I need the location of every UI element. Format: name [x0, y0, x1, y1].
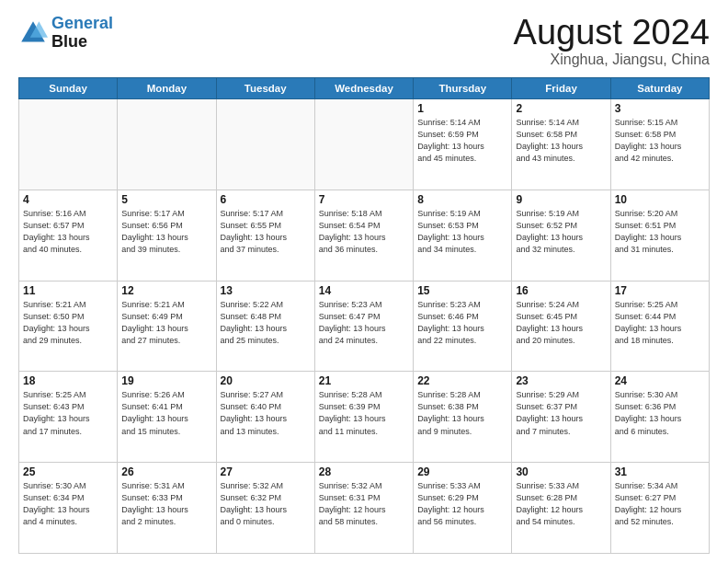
day-number: 24 — [615, 374, 705, 387]
calendar-cell: 5Sunrise: 5:17 AM Sunset: 6:56 PM Daylig… — [118, 190, 216, 281]
day-info: Sunrise: 5:18 AM Sunset: 6:54 PM Dayligh… — [319, 208, 409, 256]
weekday-header-monday: Monday — [118, 78, 216, 99]
day-info: Sunrise: 5:14 AM Sunset: 6:58 PM Dayligh… — [516, 117, 606, 165]
day-number: 31 — [615, 465, 705, 478]
day-info: Sunrise: 5:17 AM Sunset: 6:55 PM Dayligh… — [221, 208, 311, 256]
calendar-cell: 12Sunrise: 5:21 AM Sunset: 6:49 PM Dayli… — [118, 281, 216, 372]
calendar-cell: 19Sunrise: 5:26 AM Sunset: 6:41 PM Dayli… — [118, 372, 216, 463]
day-number: 4 — [23, 193, 113, 206]
day-number: 15 — [417, 284, 507, 297]
calendar-cell: 8Sunrise: 5:19 AM Sunset: 6:53 PM Daylig… — [414, 190, 512, 281]
day-number: 11 — [23, 284, 113, 297]
calendar-table: SundayMondayTuesdayWednesdayThursdayFrid… — [18, 77, 710, 554]
day-info: Sunrise: 5:25 AM Sunset: 6:44 PM Dayligh… — [615, 299, 705, 347]
calendar-cell: 20Sunrise: 5:27 AM Sunset: 6:40 PM Dayli… — [216, 372, 314, 463]
calendar-cell — [216, 99, 314, 190]
page: General Blue August 2024 Xinghua, Jiangs… — [0, 0, 728, 563]
day-number: 29 — [417, 465, 507, 478]
calendar-cell: 10Sunrise: 5:20 AM Sunset: 6:51 PM Dayli… — [610, 190, 709, 281]
calendar-cell: 14Sunrise: 5:23 AM Sunset: 6:47 PM Dayli… — [314, 281, 413, 372]
day-info: Sunrise: 5:31 AM Sunset: 6:33 PM Dayligh… — [121, 480, 211, 528]
calendar-week-5: 25Sunrise: 5:30 AM Sunset: 6:34 PM Dayli… — [19, 463, 710, 554]
calendar-cell: 18Sunrise: 5:25 AM Sunset: 6:43 PM Dayli… — [19, 372, 118, 463]
day-number: 23 — [516, 374, 606, 387]
day-info: Sunrise: 5:23 AM Sunset: 6:47 PM Dayligh… — [319, 299, 409, 347]
day-info: Sunrise: 5:30 AM Sunset: 6:34 PM Dayligh… — [23, 480, 113, 528]
day-info: Sunrise: 5:26 AM Sunset: 6:41 PM Dayligh… — [121, 389, 211, 437]
calendar-cell: 27Sunrise: 5:32 AM Sunset: 6:32 PM Dayli… — [216, 463, 314, 554]
calendar-cell: 26Sunrise: 5:31 AM Sunset: 6:33 PM Dayli… — [118, 463, 216, 554]
day-info: Sunrise: 5:15 AM Sunset: 6:58 PM Dayligh… — [615, 117, 705, 165]
day-number: 16 — [516, 284, 606, 297]
day-info: Sunrise: 5:19 AM Sunset: 6:53 PM Dayligh… — [417, 208, 507, 256]
calendar-cell: 15Sunrise: 5:23 AM Sunset: 6:46 PM Dayli… — [414, 281, 512, 372]
calendar-cell: 23Sunrise: 5:29 AM Sunset: 6:37 PM Dayli… — [512, 372, 610, 463]
weekday-header-friday: Friday — [512, 78, 610, 99]
calendar-cell — [314, 99, 413, 190]
day-info: Sunrise: 5:33 AM Sunset: 6:29 PM Dayligh… — [417, 480, 507, 528]
day-info: Sunrise: 5:28 AM Sunset: 6:38 PM Dayligh… — [417, 389, 507, 437]
calendar-cell: 31Sunrise: 5:34 AM Sunset: 6:27 PM Dayli… — [610, 463, 709, 554]
day-number: 25 — [23, 465, 113, 478]
weekday-header-row: SundayMondayTuesdayWednesdayThursdayFrid… — [19, 78, 710, 99]
location: Xinghua, Jiangsu, China — [514, 52, 710, 68]
day-info: Sunrise: 5:19 AM Sunset: 6:52 PM Dayligh… — [516, 208, 606, 256]
day-info: Sunrise: 5:32 AM Sunset: 6:32 PM Dayligh… — [221, 480, 311, 528]
calendar-cell: 6Sunrise: 5:17 AM Sunset: 6:55 PM Daylig… — [216, 190, 314, 281]
weekday-header-thursday: Thursday — [414, 78, 512, 99]
calendar-cell: 2Sunrise: 5:14 AM Sunset: 6:58 PM Daylig… — [512, 99, 610, 190]
day-number: 8 — [417, 193, 507, 206]
day-number: 26 — [121, 465, 211, 478]
weekday-header-tuesday: Tuesday — [216, 78, 314, 99]
logo-text: General Blue — [51, 15, 113, 52]
calendar-cell: 17Sunrise: 5:25 AM Sunset: 6:44 PM Dayli… — [610, 281, 709, 372]
day-info: Sunrise: 5:25 AM Sunset: 6:43 PM Dayligh… — [23, 389, 113, 437]
header: General Blue August 2024 Xinghua, Jiangs… — [18, 15, 710, 68]
day-number: 27 — [221, 465, 311, 478]
day-info: Sunrise: 5:16 AM Sunset: 6:57 PM Dayligh… — [23, 208, 113, 256]
day-number: 17 — [615, 284, 705, 297]
calendar-cell: 9Sunrise: 5:19 AM Sunset: 6:52 PM Daylig… — [512, 190, 610, 281]
calendar-cell: 11Sunrise: 5:21 AM Sunset: 6:50 PM Dayli… — [19, 281, 118, 372]
weekday-header-sunday: Sunday — [19, 78, 118, 99]
calendar-cell: 24Sunrise: 5:30 AM Sunset: 6:36 PM Dayli… — [610, 372, 709, 463]
calendar-cell: 16Sunrise: 5:24 AM Sunset: 6:45 PM Dayli… — [512, 281, 610, 372]
day-info: Sunrise: 5:14 AM Sunset: 6:59 PM Dayligh… — [417, 117, 507, 165]
day-number: 20 — [221, 374, 311, 387]
day-number: 10 — [615, 193, 705, 206]
day-info: Sunrise: 5:21 AM Sunset: 6:49 PM Dayligh… — [121, 299, 211, 347]
day-number: 13 — [221, 284, 311, 297]
calendar-cell: 30Sunrise: 5:33 AM Sunset: 6:28 PM Dayli… — [512, 463, 610, 554]
day-number: 7 — [319, 193, 409, 206]
day-number: 18 — [23, 374, 113, 387]
day-number: 9 — [516, 193, 606, 206]
weekday-header-saturday: Saturday — [610, 78, 709, 99]
day-number: 5 — [121, 193, 211, 206]
day-number: 3 — [615, 102, 705, 115]
title-block: August 2024 Xinghua, Jiangsu, China — [514, 15, 710, 68]
day-info: Sunrise: 5:24 AM Sunset: 6:45 PM Dayligh… — [516, 299, 606, 347]
calendar-cell — [19, 99, 118, 190]
day-number: 22 — [417, 374, 507, 387]
calendar-cell: 3Sunrise: 5:15 AM Sunset: 6:58 PM Daylig… — [610, 99, 709, 190]
day-number: 19 — [121, 374, 211, 387]
day-number: 6 — [221, 193, 311, 206]
logo-icon — [18, 18, 48, 48]
calendar-cell: 13Sunrise: 5:22 AM Sunset: 6:48 PM Dayli… — [216, 281, 314, 372]
day-info: Sunrise: 5:34 AM Sunset: 6:27 PM Dayligh… — [615, 480, 705, 528]
calendar-week-3: 11Sunrise: 5:21 AM Sunset: 6:50 PM Dayli… — [19, 281, 710, 372]
month-title: August 2024 — [514, 15, 710, 50]
calendar-cell: 1Sunrise: 5:14 AM Sunset: 6:59 PM Daylig… — [414, 99, 512, 190]
calendar-cell: 7Sunrise: 5:18 AM Sunset: 6:54 PM Daylig… — [314, 190, 413, 281]
day-number: 14 — [319, 284, 409, 297]
calendar-week-2: 4Sunrise: 5:16 AM Sunset: 6:57 PM Daylig… — [19, 190, 710, 281]
calendar-cell: 22Sunrise: 5:28 AM Sunset: 6:38 PM Dayli… — [414, 372, 512, 463]
calendar-cell: 4Sunrise: 5:16 AM Sunset: 6:57 PM Daylig… — [19, 190, 118, 281]
day-number: 28 — [319, 465, 409, 478]
calendar-week-4: 18Sunrise: 5:25 AM Sunset: 6:43 PM Dayli… — [19, 372, 710, 463]
day-info: Sunrise: 5:20 AM Sunset: 6:51 PM Dayligh… — [615, 208, 705, 256]
day-info: Sunrise: 5:33 AM Sunset: 6:28 PM Dayligh… — [516, 480, 606, 528]
day-number: 2 — [516, 102, 606, 115]
weekday-header-wednesday: Wednesday — [314, 78, 413, 99]
day-number: 1 — [417, 102, 507, 115]
